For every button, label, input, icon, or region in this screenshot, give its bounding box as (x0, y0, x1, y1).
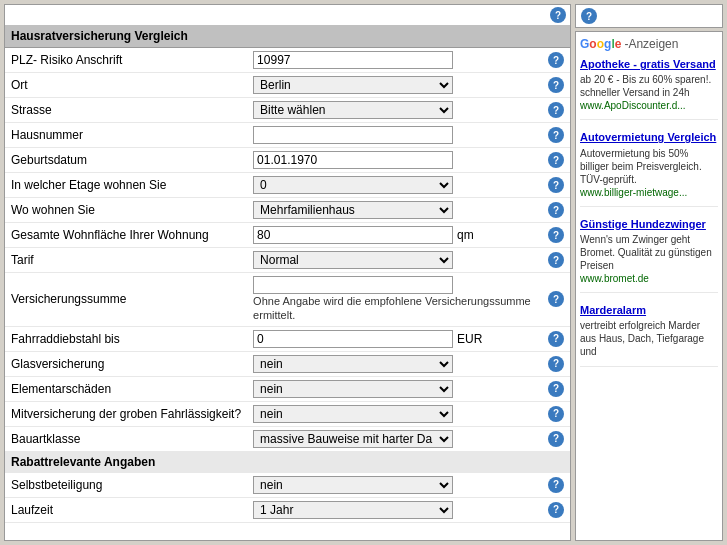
google-logo: Google (580, 36, 621, 51)
field-help-icon[interactable]: ? (548, 502, 564, 518)
main-panel: ? Hausratversicherung Vergleich PLZ- Ris… (4, 4, 571, 541)
google-ads-panel: Google -Anzeigen Apotheke - gratis Versa… (575, 31, 723, 541)
field-label: Geburtsdatum (5, 148, 247, 173)
help-cell: ? (542, 248, 570, 273)
field-input-cell: Ohne Angabe wird die empfohlene Versiche… (247, 273, 542, 327)
help-cell: ? (542, 73, 570, 98)
sidebar-top: ? (575, 4, 723, 28)
section-rabatt-header: Rabattrelevante Angaben (5, 451, 570, 472)
field-label: Versicherungssumme (5, 273, 247, 327)
select-input[interactable]: Mehrfamilienhaus (253, 201, 453, 219)
field-label: Fahrraddiebstahl bis (5, 326, 247, 351)
sidebar-help-icon[interactable]: ? (581, 8, 597, 24)
field-help-icon[interactable]: ? (548, 431, 564, 447)
field-label: Mitversicherung der groben Fahrlässigkei… (5, 401, 247, 426)
field-help-icon[interactable]: ? (548, 202, 564, 218)
field-help-icon[interactable]: ? (548, 77, 564, 93)
text-input[interactable] (253, 51, 453, 69)
field-label: Laufzeit (5, 497, 247, 522)
field-help-icon[interactable]: ? (548, 331, 564, 347)
field-help-icon[interactable]: ? (548, 291, 564, 307)
field-input-cell: Mehrfamilienhaus (247, 198, 542, 223)
field-help-icon[interactable]: ? (548, 127, 564, 143)
field-label: Bauartklasse (5, 426, 247, 451)
select-input[interactable]: Bitte wählen (253, 101, 453, 119)
ad-url: www.bromet.de (580, 273, 718, 284)
text-input[interactable] (253, 276, 453, 294)
select-input[interactable]: nein (253, 476, 453, 494)
field-input-cell: massive Bauweise mit harter Da (247, 426, 542, 451)
field-help-icon[interactable]: ? (548, 356, 564, 372)
unit-label: qm (457, 228, 474, 242)
field-input-cell: nein (247, 401, 542, 426)
field-label: Wo wohnen Sie (5, 198, 247, 223)
field-input-cell: 1 Jahr (247, 497, 542, 522)
ad-text: Wenn's um Zwinger geht Bromet. Qualität … (580, 233, 718, 272)
ads-label: -Anzeigen (624, 37, 678, 51)
field-input-cell: 0 (247, 173, 542, 198)
help-cell: ? (542, 223, 570, 248)
help-cell: ? (542, 273, 570, 327)
field-help-icon[interactable]: ? (548, 406, 564, 422)
top-help-area: ? (5, 5, 570, 25)
field-input-cell (247, 48, 542, 73)
ads-header: Google -Anzeigen (580, 36, 718, 51)
form-table: PLZ- Risiko Anschrift?OrtBerlin?StrasseB… (5, 48, 570, 523)
help-cell: ? (542, 48, 570, 73)
select-input[interactable]: 0 (253, 176, 453, 194)
field-input-cell: qm (247, 223, 542, 248)
help-cell: ? (542, 351, 570, 376)
text-input[interactable] (253, 226, 453, 244)
panel-title: Hausratversicherung Vergleich (5, 25, 570, 48)
help-cell: ? (542, 472, 570, 497)
field-input-cell: nein (247, 472, 542, 497)
field-help-icon[interactable]: ? (548, 102, 564, 118)
field-label: Glasversicherung (5, 351, 247, 376)
text-input[interactable] (253, 330, 453, 348)
unit-label: EUR (457, 332, 482, 346)
field-label: PLZ- Risiko Anschrift (5, 48, 247, 73)
ads-container: Apotheke - gratis Versandab 20 € - Bis z… (580, 57, 718, 367)
select-input[interactable]: Berlin (253, 76, 453, 94)
field-help-icon[interactable]: ? (548, 477, 564, 493)
text-input[interactable] (253, 126, 453, 144)
select-input[interactable]: nein (253, 405, 453, 423)
sidebar: ? Google -Anzeigen Apotheke - gratis Ver… (575, 4, 723, 541)
help-cell: ? (542, 98, 570, 123)
field-help-icon[interactable]: ? (548, 177, 564, 193)
field-help-icon[interactable]: ? (548, 381, 564, 397)
text-input[interactable] (253, 151, 453, 169)
ad-title[interactable]: Apotheke - gratis Versand (580, 57, 718, 71)
ad-title[interactable]: Autovermietung Vergleich (580, 130, 718, 144)
field-label: Gesamte Wohnfläche Ihrer Wohnung (5, 223, 247, 248)
field-help-icon[interactable]: ? (548, 252, 564, 268)
field-label: Elementarschäden (5, 376, 247, 401)
ad-url: www.ApoDiscounter.d... (580, 100, 718, 111)
field-help-icon[interactable]: ? (548, 227, 564, 243)
ad-text: vertreibt erfolgreich Marder aus Haus, D… (580, 319, 718, 358)
field-input-cell: Normal (247, 248, 542, 273)
help-cell: ? (542, 173, 570, 198)
select-input[interactable]: nein (253, 380, 453, 398)
select-input[interactable]: nein (253, 355, 453, 373)
field-input-cell: EUR (247, 326, 542, 351)
help-cell: ? (542, 326, 570, 351)
top-help-icon[interactable]: ? (550, 7, 566, 23)
field-label: Hausnummer (5, 123, 247, 148)
ad-title[interactable]: Günstige Hundezwinger (580, 217, 718, 231)
select-input[interactable]: Normal (253, 251, 453, 269)
field-help-icon[interactable]: ? (548, 52, 564, 68)
field-input-cell (247, 123, 542, 148)
field-help-icon[interactable]: ? (548, 152, 564, 168)
ad-title[interactable]: Marderalarm (580, 303, 718, 317)
field-input-cell: nein (247, 351, 542, 376)
help-cell: ? (542, 426, 570, 451)
field-input-cell: Berlin (247, 73, 542, 98)
select-input[interactable]: massive Bauweise mit harter Da (253, 430, 453, 448)
field-input-cell: nein (247, 376, 542, 401)
field-input-cell (247, 148, 542, 173)
field-note: Ohne Angabe wird die empfohlene Versiche… (253, 294, 536, 323)
ad-item: Marderalarmvertreibt erfolgreich Marder … (580, 303, 718, 367)
select-input[interactable]: 1 Jahr (253, 501, 453, 519)
field-input-cell: Bitte wählen (247, 98, 542, 123)
